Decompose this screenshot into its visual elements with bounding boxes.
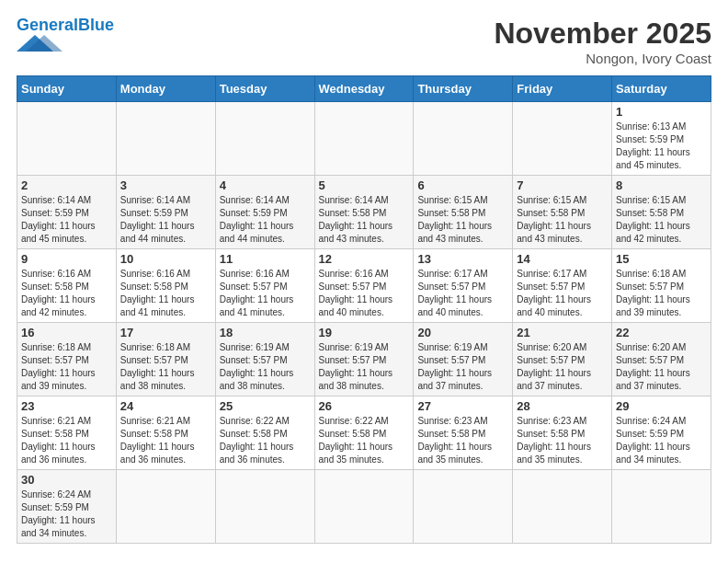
- month-title: November 2025: [494, 17, 711, 51]
- calendar-cell: [612, 470, 711, 544]
- calendar-cell: 28Sunrise: 6:23 AMSunset: 5:58 PMDayligh…: [513, 396, 612, 470]
- calendar-cell: 27Sunrise: 6:23 AMSunset: 5:58 PMDayligh…: [414, 396, 513, 470]
- calendar-cell: 24Sunrise: 6:21 AMSunset: 5:58 PMDayligh…: [116, 396, 215, 470]
- page-header: GeneralBlue November 2025 Nongon, Ivory …: [17, 17, 711, 66]
- day-number: 23: [21, 399, 112, 413]
- day-info: Sunrise: 6:16 AMSunset: 5:57 PMDaylight:…: [220, 268, 311, 319]
- calendar-cell: 20Sunrise: 6:19 AMSunset: 5:57 PMDayligh…: [414, 323, 513, 396]
- calendar-cell: 5Sunrise: 6:14 AMSunset: 5:58 PMDaylight…: [314, 176, 414, 249]
- logo-text: GeneralBlue: [17, 17, 114, 35]
- day-number: 5: [319, 178, 410, 192]
- day-number: 21: [517, 326, 608, 339]
- weekday-header-monday: Monday: [116, 76, 215, 102]
- day-info: Sunrise: 6:23 AMSunset: 5:58 PMDaylight:…: [517, 415, 608, 466]
- calendar-cell: 30Sunrise: 6:24 AMSunset: 5:59 PMDayligh…: [17, 470, 117, 544]
- day-number: 20: [417, 326, 508, 339]
- calendar-cell: 11Sunrise: 6:16 AMSunset: 5:57 PMDayligh…: [215, 249, 314, 323]
- day-info: Sunrise: 6:18 AMSunset: 5:57 PMDaylight:…: [120, 341, 211, 393]
- calendar-cell: 18Sunrise: 6:19 AMSunset: 5:57 PMDayligh…: [215, 323, 314, 396]
- calendar-cell: 1Sunrise: 6:13 AMSunset: 5:59 PMDaylight…: [612, 102, 711, 176]
- calendar-cell: 2Sunrise: 6:14 AMSunset: 5:59 PMDaylight…: [17, 176, 117, 249]
- day-info: Sunrise: 6:18 AMSunset: 5:57 PMDaylight:…: [21, 341, 112, 393]
- calendar-week-row: 2Sunrise: 6:14 AMSunset: 5:59 PMDaylight…: [17, 176, 711, 249]
- calendar-cell: [414, 470, 513, 544]
- calendar-cell: 8Sunrise: 6:15 AMSunset: 5:58 PMDaylight…: [612, 176, 711, 249]
- weekday-header-thursday: Thursday: [414, 76, 513, 102]
- weekday-header-saturday: Saturday: [612, 76, 711, 102]
- day-info: Sunrise: 6:15 AMSunset: 5:58 PMDaylight:…: [616, 194, 707, 246]
- day-number: 9: [21, 252, 112, 266]
- day-info: Sunrise: 6:16 AMSunset: 5:58 PMDaylight:…: [21, 268, 112, 319]
- day-number: 24: [120, 399, 211, 413]
- calendar-cell: 10Sunrise: 6:16 AMSunset: 5:58 PMDayligh…: [116, 249, 215, 323]
- weekday-header-tuesday: Tuesday: [215, 76, 314, 102]
- day-number: 25: [220, 399, 311, 413]
- day-info: Sunrise: 6:19 AMSunset: 5:57 PMDaylight:…: [319, 341, 410, 393]
- day-number: 7: [517, 178, 608, 192]
- day-info: Sunrise: 6:14 AMSunset: 5:58 PMDaylight:…: [319, 194, 410, 246]
- day-info: Sunrise: 6:24 AMSunset: 5:59 PMDaylight:…: [21, 488, 112, 540]
- day-number: 15: [616, 252, 707, 266]
- calendar-cell: 14Sunrise: 6:17 AMSunset: 5:57 PMDayligh…: [513, 249, 612, 323]
- calendar-cell: [17, 102, 117, 176]
- calendar-week-row: 30Sunrise: 6:24 AMSunset: 5:59 PMDayligh…: [17, 470, 711, 544]
- day-info: Sunrise: 6:17 AMSunset: 5:57 PMDaylight:…: [517, 268, 608, 319]
- day-info: Sunrise: 6:13 AMSunset: 5:59 PMDaylight:…: [616, 121, 707, 172]
- calendar-cell: 13Sunrise: 6:17 AMSunset: 5:57 PMDayligh…: [414, 249, 513, 323]
- day-info: Sunrise: 6:15 AMSunset: 5:58 PMDaylight:…: [517, 194, 608, 246]
- day-info: Sunrise: 6:18 AMSunset: 5:57 PMDaylight:…: [616, 268, 707, 319]
- logo-icon: [17, 35, 63, 52]
- day-info: Sunrise: 6:21 AMSunset: 5:58 PMDaylight:…: [21, 415, 112, 466]
- day-info: Sunrise: 6:19 AMSunset: 5:57 PMDaylight:…: [220, 341, 311, 393]
- day-info: Sunrise: 6:19 AMSunset: 5:57 PMDaylight:…: [417, 341, 508, 393]
- calendar-cell: [116, 102, 215, 176]
- calendar-cell: [314, 102, 414, 176]
- calendar-cell: 29Sunrise: 6:24 AMSunset: 5:59 PMDayligh…: [612, 396, 711, 470]
- weekday-header-row: SundayMondayTuesdayWednesdayThursdayFrid…: [17, 76, 711, 102]
- calendar-cell: 16Sunrise: 6:18 AMSunset: 5:57 PMDayligh…: [17, 323, 117, 396]
- calendar-cell: [513, 102, 612, 176]
- day-info: Sunrise: 6:14 AMSunset: 5:59 PMDaylight:…: [21, 194, 112, 246]
- calendar-week-row: 9Sunrise: 6:16 AMSunset: 5:58 PMDaylight…: [17, 249, 711, 323]
- day-info: Sunrise: 6:17 AMSunset: 5:57 PMDaylight:…: [417, 268, 508, 319]
- day-number: 1: [616, 105, 707, 119]
- calendar-cell: 12Sunrise: 6:16 AMSunset: 5:57 PMDayligh…: [314, 249, 414, 323]
- calendar-cell: 23Sunrise: 6:21 AMSunset: 5:58 PMDayligh…: [17, 396, 117, 470]
- calendar-week-row: 16Sunrise: 6:18 AMSunset: 5:57 PMDayligh…: [17, 323, 711, 396]
- day-info: Sunrise: 6:15 AMSunset: 5:58 PMDaylight:…: [417, 194, 508, 246]
- day-info: Sunrise: 6:14 AMSunset: 5:59 PMDaylight:…: [120, 194, 211, 246]
- logo-blue: Blue: [78, 16, 114, 34]
- day-info: Sunrise: 6:22 AMSunset: 5:58 PMDaylight:…: [319, 415, 410, 466]
- day-info: Sunrise: 6:20 AMSunset: 5:57 PMDaylight:…: [517, 341, 608, 393]
- weekday-header-sunday: Sunday: [17, 76, 117, 102]
- day-number: 4: [220, 178, 311, 192]
- day-info: Sunrise: 6:22 AMSunset: 5:58 PMDaylight:…: [220, 415, 311, 466]
- calendar-table: SundayMondayTuesdayWednesdayThursdayFrid…: [17, 75, 711, 544]
- day-number: 30: [21, 473, 112, 487]
- calendar-cell: 15Sunrise: 6:18 AMSunset: 5:57 PMDayligh…: [612, 249, 711, 323]
- day-number: 17: [120, 326, 211, 339]
- calendar-cell: 3Sunrise: 6:14 AMSunset: 5:59 PMDaylight…: [116, 176, 215, 249]
- calendar-cell: 19Sunrise: 6:19 AMSunset: 5:57 PMDayligh…: [314, 323, 414, 396]
- day-number: 19: [319, 326, 410, 339]
- day-info: Sunrise: 6:24 AMSunset: 5:59 PMDaylight:…: [616, 415, 707, 466]
- day-info: Sunrise: 6:16 AMSunset: 5:58 PMDaylight:…: [120, 268, 211, 319]
- calendar-cell: [215, 470, 314, 544]
- calendar-cell: 9Sunrise: 6:16 AMSunset: 5:58 PMDaylight…: [17, 249, 117, 323]
- day-number: 16: [21, 326, 112, 339]
- location: Nongon, Ivory Coast: [494, 51, 711, 66]
- calendar-cell: [215, 102, 314, 176]
- day-number: 12: [319, 252, 410, 266]
- calendar-week-row: 1Sunrise: 6:13 AMSunset: 5:59 PMDaylight…: [17, 102, 711, 176]
- calendar-cell: 6Sunrise: 6:15 AMSunset: 5:58 PMDaylight…: [414, 176, 513, 249]
- day-number: 13: [417, 252, 508, 266]
- day-number: 2: [21, 178, 112, 192]
- calendar-week-row: 23Sunrise: 6:21 AMSunset: 5:58 PMDayligh…: [17, 396, 711, 470]
- calendar-cell: 22Sunrise: 6:20 AMSunset: 5:57 PMDayligh…: [612, 323, 711, 396]
- day-number: 8: [616, 178, 707, 192]
- calendar-cell: 21Sunrise: 6:20 AMSunset: 5:57 PMDayligh…: [513, 323, 612, 396]
- day-info: Sunrise: 6:14 AMSunset: 5:59 PMDaylight:…: [220, 194, 311, 246]
- day-number: 26: [319, 399, 410, 413]
- day-info: Sunrise: 6:23 AMSunset: 5:58 PMDaylight:…: [417, 415, 508, 466]
- day-number: 3: [120, 178, 211, 192]
